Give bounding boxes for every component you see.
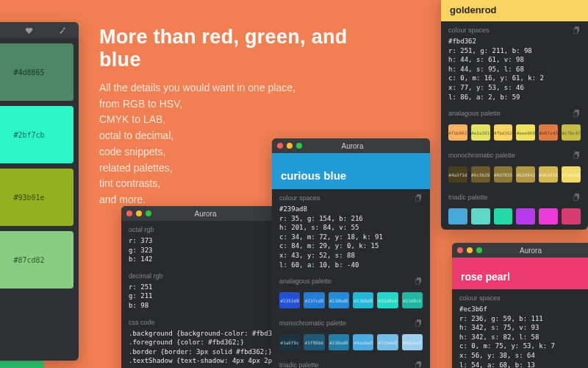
svg-rect-15 [415, 280, 420, 285]
swatch-cards: #4d8865#2bf7cb#93b01e#87cd82 [0, 38, 79, 294]
copy-icon[interactable] [573, 26, 581, 34]
grid-icon[interactable] [0, 22, 12, 38]
section-label: monochromatic palette [279, 319, 346, 327]
section-label: decimal rgb [129, 272, 163, 280]
heart-icon[interactable] [12, 22, 46, 38]
colour-spaces-section: colour spaces #fbd362 r: 251, g: 211, b:… [441, 21, 588, 105]
blue-panel: Aurora curious blue colour spaces #239ad… [272, 138, 430, 368]
palette-swatch[interactable] [448, 208, 467, 224]
svg-rect-17 [415, 322, 420, 327]
mono-section: monochromatic palette [272, 314, 430, 333]
copy-icon[interactable] [573, 194, 581, 201]
section-label: octal rgb [129, 226, 154, 233]
palette-swatch[interactable]: #e2e361 [471, 124, 490, 141]
close-icon[interactable] [457, 247, 463, 253]
palette-swatch[interactable]: #6c5b29 [471, 166, 490, 183]
palette-swatch[interactable] [516, 208, 535, 224]
minimize-icon[interactable] [467, 247, 473, 253]
zoom-icon[interactable] [146, 210, 151, 216]
palette-swatch[interactable]: #23d8c6 [402, 292, 423, 308]
section-label: analagous palette [279, 277, 331, 285]
svg-rect-25 [573, 154, 578, 159]
swatch-card[interactable]: #87cd82 [0, 231, 74, 289]
close-icon[interactable] [126, 210, 132, 216]
palette-swatch[interactable] [471, 208, 490, 224]
palette-swatch[interactable]: #23b8d8 [353, 292, 373, 308]
color-header: curious blue [272, 153, 430, 189]
window-title: Aurora [306, 142, 399, 150]
code-section: octal rgbr: 373 g: 323 b: 142 [121, 221, 287, 267]
color-header: goldenrod [441, 0, 588, 21]
copy-icon[interactable] [415, 194, 423, 202]
hero-title: More than red, green, and blue [99, 26, 371, 71]
code-section: decimal rgbr: 251 g: 211 b: 98 [121, 267, 287, 314]
triadic-section: triadic palette [272, 356, 430, 368]
window-title: Aurora [486, 247, 576, 255]
color-header: rose pearl [452, 258, 588, 289]
minimize-icon[interactable] [136, 210, 142, 216]
copy-icon[interactable] [415, 361, 423, 368]
copy-icon[interactable] [573, 152, 581, 159]
close-icon[interactable] [277, 143, 283, 149]
code-section: css code.background {background-color: #… [121, 314, 287, 368]
colour-spaces-values: #239ad8 r: 35, g: 154, b: 216 h: 201, s:… [279, 205, 423, 269]
palette-swatch[interactable]: #f2da69 [562, 166, 581, 183]
swatch-row: #2352d8#237cd8#238bd8#23b8d8#23d8c6#23d8… [272, 291, 430, 314]
palette-swatch[interactable]: #23d8c6 [377, 292, 398, 308]
colour-spaces-values: #fbd362 r: 251, g: 211, b: 98 h: 44, s: … [448, 37, 581, 102]
zoom-icon[interactable] [296, 143, 302, 149]
code-text: r: 373 g: 323 b: 142 [129, 236, 279, 264]
section-label: triadic palette [448, 194, 488, 201]
colour-spaces-section: colour spaces #239ad8 r: 35, g: 154, b: … [272, 189, 430, 272]
code-text: .background {background-color: #fbd362;}… [129, 329, 279, 366]
color-name: curious blue [281, 169, 421, 182]
section-label: analagous palette [448, 110, 501, 117]
analagous-section: analagous palette [272, 272, 430, 291]
palette-swatch[interactable]: #4aabeO [353, 334, 373, 350]
eyedropper-icon[interactable] [46, 22, 79, 38]
svg-rect-23 [573, 112, 578, 117]
palette-swatch[interactable] [539, 208, 558, 224]
palette-swatch[interactable]: #fbb062 [448, 124, 467, 141]
swatch-card[interactable]: #93b01e [0, 169, 74, 226]
zoom-icon[interactable] [476, 247, 482, 253]
code-titlebar: Aurora [121, 206, 287, 221]
swatch-list-panel: #4d8865#2bf7cb#93b01e#87cd82 [0, 22, 79, 361]
palette-swatch[interactable]: #237cd8 [304, 292, 324, 308]
palette-swatch[interactable]: #e07a43 [539, 124, 558, 141]
svg-rect-27 [573, 196, 578, 201]
palette-swatch[interactable]: #8d7835 [494, 166, 513, 183]
swatch-card[interactable]: #2bf7cb [0, 106, 74, 163]
palette-swatch[interactable]: #9bceef [402, 334, 423, 350]
palette-swatch[interactable]: #eee060 [516, 124, 535, 141]
palette-swatch[interactable]: #2352d8 [279, 292, 300, 308]
copy-icon[interactable] [415, 277, 423, 285]
code-panel: Aurora octal rgbr: 373 g: 323 b: 142deci… [121, 206, 287, 368]
palette-swatch[interactable]: #c7bc47 [562, 124, 581, 141]
blue-titlebar: Aurora [272, 138, 430, 153]
palette-swatch[interactable]: #239ad8 [329, 334, 349, 350]
palette-swatch[interactable]: #1f86bb [304, 334, 324, 350]
svg-rect-21 [573, 29, 578, 34]
palette-swatch[interactable]: #72bde8 [377, 334, 398, 350]
rose-titlebar: Aurora [452, 243, 588, 258]
swatch-row: #1a6f9c#1f86bb#239ad8#4aabeO#72bde8#9bce… [272, 333, 430, 356]
section-label: css code [129, 319, 155, 326]
palette-swatch[interactable]: #d6b850 [539, 166, 558, 183]
color-name: rose pearl [461, 271, 588, 283]
section-label: monochromatic palette [448, 152, 515, 159]
palette-swatch[interactable] [562, 208, 581, 224]
swatch-row [441, 207, 588, 230]
palette-swatch[interactable]: #238bd8 [329, 292, 349, 308]
minimize-icon[interactable] [287, 143, 293, 149]
swatch-row: #4a3f1d#6c5b29#8d7835#b29842#d6b850#f2da… [441, 165, 588, 188]
palette-swatch[interactable]: #b29842 [516, 166, 535, 183]
copy-icon[interactable] [415, 319, 423, 327]
palette-swatch[interactable]: #1a6f9c [279, 334, 300, 350]
swatch-row: #fbb062#e2e361#fbd362#eee060#e07a43#c7bc… [441, 123, 588, 146]
palette-swatch[interactable]: #fbd362 [494, 124, 513, 141]
palette-swatch[interactable] [494, 208, 513, 224]
palette-swatch[interactable]: #4a3f1d [448, 166, 467, 183]
swatch-card[interactable]: #4d8865 [0, 43, 74, 101]
copy-icon[interactable] [573, 110, 581, 117]
